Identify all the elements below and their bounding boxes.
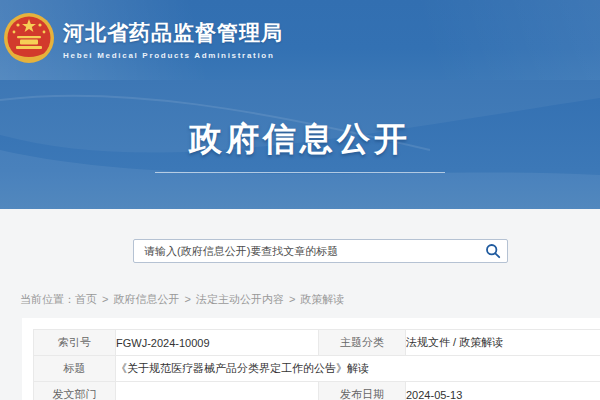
page-title: 政府信息公开 bbox=[189, 117, 411, 162]
doc-title-value: 《关于规范医疗器械产品分类界定工作的公告》解读 bbox=[116, 356, 600, 382]
brand-text: 河北省药品监督管理局 Hebei Medical Products Admini… bbox=[63, 17, 283, 60]
issuing-department-value bbox=[116, 382, 319, 400]
index-number-label: 索引号 bbox=[34, 330, 116, 356]
breadcrumb-separator: > bbox=[289, 293, 295, 305]
table-row: 发文部门 发布日期 2024-05-13 bbox=[34, 382, 600, 400]
breadcrumb-item-home[interactable]: 首页 bbox=[75, 293, 97, 305]
china-national-emblem-icon bbox=[3, 10, 57, 66]
content-section: 当前位置：首页>政府信息公开>法定主动公开内容>政策解读 索引号 FGWJ-20… bbox=[0, 209, 600, 400]
document-card: 索引号 FGWJ-2024-10009 主题分类 法规文件 / 政策解读 标题 … bbox=[22, 318, 600, 400]
site-header: 河北省药品监督管理局 Hebei Medical Products Admini… bbox=[0, 0, 600, 80]
breadcrumb-separator: > bbox=[184, 293, 190, 305]
org-name-en: Hebei Medical Products Administration bbox=[63, 51, 283, 60]
breadcrumb-item-statutory-disclosure[interactable]: 法定主动公开内容 bbox=[196, 293, 284, 305]
breadcrumb-separator: > bbox=[102, 293, 108, 305]
breadcrumb-item-gov-info[interactable]: 政府信息公开 bbox=[113, 293, 179, 305]
breadcrumb: 当前位置：首页>政府信息公开>法定主动公开内容>政策解读 bbox=[20, 292, 344, 307]
breadcrumb-label: 当前位置： bbox=[20, 293, 75, 305]
table-row: 标题 《关于规范医疗器械产品分类界定工作的公告》解读 bbox=[34, 356, 600, 382]
search-icon bbox=[485, 243, 501, 259]
search-bar bbox=[133, 239, 508, 263]
document-metadata-table: 索引号 FGWJ-2024-10009 主题分类 法规文件 / 政策解读 标题 … bbox=[33, 329, 600, 400]
topic-category-label: 主题分类 bbox=[319, 330, 406, 356]
doc-title-label: 标题 bbox=[34, 356, 116, 382]
table-row: 索引号 FGWJ-2024-10009 主题分类 法规文件 / 政策解读 bbox=[34, 330, 600, 356]
publish-date-label: 发布日期 bbox=[319, 382, 406, 400]
breadcrumb-item-policy-interpretation: 政策解读 bbox=[300, 293, 344, 305]
search-input[interactable] bbox=[133, 239, 508, 263]
publish-date-value: 2024-05-13 bbox=[406, 382, 600, 400]
topic-category-value: 法规文件 / 政策解读 bbox=[406, 330, 600, 356]
page-banner: 政府信息公开 bbox=[0, 80, 600, 209]
issuing-department-label: 发文部门 bbox=[34, 382, 116, 400]
org-name-zh: 河北省药品监督管理局 bbox=[63, 19, 283, 47]
banner-underline bbox=[155, 172, 445, 173]
index-number-value: FGWJ-2024-10009 bbox=[116, 330, 319, 356]
search-button[interactable] bbox=[485, 243, 501, 259]
site-logo-link[interactable]: 河北省药品监督管理局 Hebei Medical Products Admini… bbox=[3, 10, 283, 66]
